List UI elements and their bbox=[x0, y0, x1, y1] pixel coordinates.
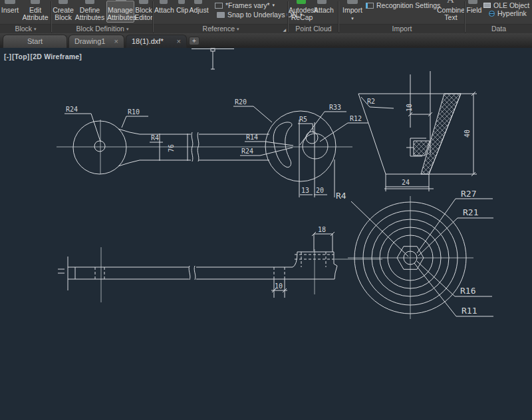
dim-r12: R12 bbox=[350, 115, 362, 122]
panel-label-point-cloud[interactable]: Point Cloud bbox=[289, 24, 338, 33]
insert-button[interactable]: Insert bbox=[0, 7, 20, 14]
dim-r4: R4 bbox=[151, 134, 159, 142]
block-editor-icon[interactable] bbox=[139, 0, 148, 4]
panel-reference: Attach Clip Adjust *Frames vary* ▾ Snap … bbox=[154, 0, 288, 33]
chevron-down-icon: ▾ bbox=[351, 16, 354, 21]
panel-data: Field OLE Object Hyperlink Data bbox=[466, 0, 532, 33]
panel-block: Insert Edit Attribute▾ Block ▾ bbox=[0, 0, 51, 33]
manage-attributes-button[interactable]: Manage Attributes bbox=[106, 1, 134, 23]
dim-13: 13 bbox=[301, 187, 309, 194]
attach-reference-button[interactable]: Attach bbox=[154, 7, 175, 14]
dim-r10: R10 bbox=[128, 108, 140, 116]
panel-point-cloud: Autodesk ReCap Attach Point Cloud bbox=[289, 0, 338, 33]
edit-attribute-icon[interactable] bbox=[31, 0, 40, 4]
hyperlink-globe-icon bbox=[489, 11, 495, 17]
field-icon[interactable] bbox=[468, 0, 477, 4]
autodesk-recap-button[interactable]: Autodesk ReCap bbox=[289, 7, 315, 21]
panel-block-definition: Create Block▾ Define Attributes Manage A… bbox=[52, 0, 153, 33]
create-block-icon[interactable] bbox=[59, 0, 68, 4]
dim-r5: R5 bbox=[299, 116, 307, 123]
new-tab-button[interactable]: + bbox=[189, 37, 200, 45]
dim-r11: R11 bbox=[462, 306, 477, 316]
close-icon[interactable]: × bbox=[177, 38, 181, 45]
chevron-down-icon: ▾ bbox=[126, 27, 129, 31]
wrench-top-view: R24 R10 R4 76 R20 R33 R12 R5 R14 R24 13 … bbox=[57, 98, 368, 197]
close-icon[interactable]: × bbox=[114, 38, 118, 45]
chevron-down-icon: ▾ bbox=[273, 3, 275, 8]
panel-label-data[interactable]: Data bbox=[466, 24, 532, 33]
combine-text-icon[interactable]: A bbox=[447, 0, 459, 5]
ole-object-icon bbox=[483, 3, 491, 8]
block-editor-button[interactable]: Block Editor bbox=[134, 7, 153, 21]
dim-40: 40 bbox=[464, 130, 471, 138]
snap-icon bbox=[217, 12, 225, 18]
clipped-dimension-lines bbox=[192, 49, 234, 69]
frames-icon bbox=[215, 3, 223, 9]
insert-label: Insert bbox=[0, 7, 20, 14]
define-attributes-icon[interactable] bbox=[85, 0, 94, 4]
frames-vary-dropdown[interactable]: *Frames vary* ▾ bbox=[215, 1, 275, 9]
dxf-drawing: R24 R10 R4 76 R20 R33 R12 R5 R14 R24 13 … bbox=[0, 48, 532, 420]
dim-r24b: R24 bbox=[241, 148, 253, 155]
ole-object-button[interactable]: OLE Object bbox=[483, 1, 529, 9]
file-tab-drawing1[interactable]: Drawing1 × bbox=[68, 35, 124, 48]
dim-r16: R16 bbox=[460, 286, 475, 296]
file-tab-start[interactable]: Start bbox=[3, 35, 67, 48]
dim-20: 20 bbox=[316, 187, 324, 194]
dim-r20: R20 bbox=[235, 98, 247, 106]
dim-r21: R21 bbox=[463, 207, 478, 217]
dim-76: 76 bbox=[168, 144, 175, 152]
wrench-side-view: 18 10 bbox=[58, 226, 382, 302]
dim-r27: R27 bbox=[461, 189, 476, 199]
attach-pointcloud-button[interactable]: Attach bbox=[313, 7, 335, 14]
insert-block-icon[interactable] bbox=[5, 0, 15, 4]
dim-r4-front: R4 bbox=[336, 191, 346, 201]
file-tab-active-dxf[interactable]: 18(1).dxf* × bbox=[126, 35, 187, 48]
attach-reference-icon[interactable] bbox=[160, 0, 168, 4]
import-icon[interactable] bbox=[347, 0, 358, 4]
dim-r24: R24 bbox=[66, 106, 78, 113]
section-view: R2 10 40 24 bbox=[358, 71, 477, 191]
combine-text-button[interactable]: Combine Text bbox=[436, 7, 466, 21]
clip-button[interactable]: Clip bbox=[175, 7, 190, 14]
recognition-settings-icon bbox=[366, 3, 374, 9]
dim-18: 18 bbox=[318, 226, 326, 233]
front-view-circles: R4 R27 R21 R16 R11 bbox=[336, 189, 493, 319]
dim-24: 24 bbox=[402, 179, 410, 186]
define-attributes-button[interactable]: Define Attributes bbox=[73, 7, 106, 21]
panel-label-block-definition[interactable]: Block Definition ▾ bbox=[52, 24, 153, 33]
autodesk-recap-icon[interactable] bbox=[297, 0, 306, 4]
chevron-down-icon: ▾ bbox=[237, 27, 239, 31]
dim-r33: R33 bbox=[329, 104, 341, 111]
dim-10: 10 bbox=[275, 282, 283, 290]
field-button[interactable]: Field bbox=[466, 7, 483, 14]
dialog-launcher-icon[interactable]: ◢ bbox=[283, 28, 286, 32]
attach-pointcloud-icon[interactable] bbox=[317, 0, 327, 4]
clip-icon[interactable] bbox=[178, 0, 185, 4]
dim-r2: R2 bbox=[367, 98, 375, 105]
dim-r14: R14 bbox=[246, 134, 258, 141]
model-space-canvas[interactable]: [-][Top][2D Wireframe] bbox=[0, 48, 532, 420]
adjust-button[interactable]: Adjust bbox=[188, 7, 209, 14]
adjust-icon[interactable] bbox=[194, 0, 202, 4]
panel-import: A Import ▾ Recognition Settings Combine … bbox=[339, 0, 465, 33]
panel-label-reference[interactable]: Reference ▾ ◢ bbox=[154, 24, 288, 33]
dim-10v: 10 bbox=[406, 104, 413, 112]
import-button[interactable]: Import ▾ bbox=[340, 7, 364, 22]
recognition-settings-button[interactable]: Recognition Settings bbox=[366, 1, 440, 9]
hyperlink-button[interactable]: Hyperlink bbox=[489, 9, 527, 17]
file-tab-bar: Start Drawing1 × 18(1).dxf* × + bbox=[0, 33, 532, 48]
panel-label-import[interactable]: Import bbox=[339, 24, 465, 33]
chevron-down-icon: ▾ bbox=[34, 27, 37, 31]
autocad-window: Insert Edit Attribute▾ Block ▾ Create Bl… bbox=[0, 0, 532, 420]
ribbon: Insert Edit Attribute▾ Block ▾ Create Bl… bbox=[0, 0, 532, 33]
panel-label-block[interactable]: Block ▾ bbox=[0, 24, 51, 33]
